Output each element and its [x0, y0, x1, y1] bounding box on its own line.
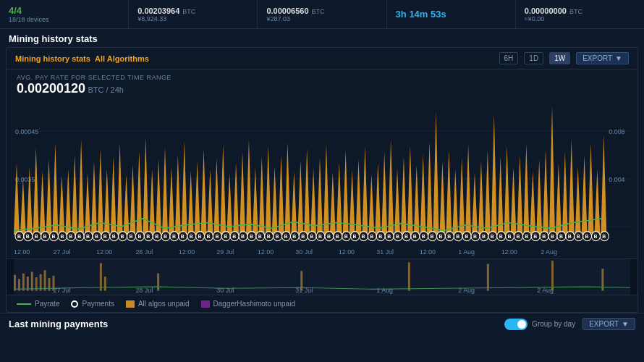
svg-marker-40: [226, 173, 232, 235]
svg-marker-94: [575, 167, 581, 235]
svg-text:B: B: [292, 233, 296, 240]
main-chart: 0.00045 0.0035 0.008 0.004: [7, 99, 637, 258]
svg-text:B: B: [232, 233, 236, 240]
svg-text:B: B: [559, 233, 563, 240]
svg-text:B: B: [181, 233, 185, 240]
svg-text:B: B: [258, 233, 262, 240]
export-button-chart[interactable]: EXPORT ▼: [576, 52, 629, 64]
svg-text:B: B: [52, 233, 56, 240]
unpaid-currency: BTC: [312, 8, 325, 15]
svg-marker-64: [381, 152, 387, 235]
payrate-sub: ¥8,924.33: [137, 15, 248, 22]
svg-marker-30: [162, 147, 168, 235]
svg-text:B: B: [103, 233, 107, 240]
svg-marker-75: [452, 169, 458, 235]
bottom-controls: Group by day EXPORT ▼: [504, 318, 635, 330]
svg-marker-42: [240, 152, 245, 235]
svg-marker-10: [33, 147, 39, 235]
svg-text:29 Jul: 29 Jul: [216, 248, 234, 256]
svg-text:B: B: [353, 233, 357, 240]
svg-text:B: B: [422, 233, 425, 240]
chart-legend: Payrate Payments All algos unpaid Dagger…: [7, 295, 637, 312]
svg-marker-54: [317, 157, 323, 235]
svg-marker-91: [556, 163, 562, 235]
svg-text:30 Jul: 30 Jul: [295, 248, 313, 256]
svg-marker-13: [52, 143, 58, 235]
svg-marker-31: [169, 167, 174, 235]
svg-text:2 Aug: 2 Aug: [541, 248, 557, 256]
svg-marker-81: [491, 114, 497, 235]
chart-container: Mining history stats All Algorithms 6H 1…: [6, 47, 638, 313]
svg-text:12:00: 12:00: [339, 248, 355, 256]
svg-marker-77: [465, 145, 471, 235]
svg-text:0.0035: 0.0035: [15, 175, 35, 184]
group-by-day-toggle[interactable]: [504, 319, 528, 330]
top-stats-bar: 4/4 18/18 devices 0.00203964 BTC ¥8,924.…: [0, 0, 644, 29]
svg-text:B: B: [431, 233, 434, 240]
svg-marker-82: [498, 156, 504, 235]
svg-text:0.004: 0.004: [609, 175, 624, 184]
svg-text:B: B: [146, 233, 150, 240]
svg-text:B: B: [516, 233, 520, 240]
svg-marker-62: [368, 174, 374, 235]
svg-text:B: B: [35, 233, 38, 240]
paid-currency: BTC: [569, 8, 582, 15]
export-button-payments[interactable]: EXPORT ▼: [582, 318, 635, 330]
mini-chart: 27 Jul 28 Jul 30 Jul 31 Jul 1 Aug 2 Aug …: [7, 258, 637, 295]
svg-text:12:00: 12:00: [179, 248, 195, 256]
toggle-knob: [517, 320, 526, 329]
payments-legend-label: Payments: [82, 300, 114, 308]
svg-text:12:00: 12:00: [420, 248, 436, 256]
time-btn-6h[interactable]: 6H: [499, 52, 519, 64]
svg-text:12:00: 12:00: [258, 248, 274, 256]
svg-text:B: B: [491, 233, 494, 240]
svg-marker-46: [266, 146, 271, 235]
svg-text:B: B: [224, 233, 227, 240]
svg-text:B: B: [551, 233, 554, 240]
svg-text:B: B: [301, 233, 305, 240]
time-btn-1d[interactable]: 1D: [524, 52, 543, 64]
svg-text:B: B: [267, 233, 271, 240]
svg-text:31 Jul: 31 Jul: [376, 248, 394, 256]
svg-marker-50: [291, 172, 297, 235]
payrate-currency: BTC: [182, 8, 195, 15]
download-icon-2: ▼: [622, 320, 629, 328]
avg-pay-section: AVG. PAY RATE FOR SELECTED TIME RANGE 0.…: [7, 70, 637, 99]
group-by-day-toggle-container: Group by day: [504, 319, 575, 330]
svg-text:B: B: [206, 233, 210, 240]
group-by-day-label: Group by day: [532, 320, 575, 328]
svg-marker-48: [279, 155, 284, 235]
svg-text:B: B: [387, 233, 391, 240]
svg-marker-56: [330, 172, 336, 235]
svg-marker-43: [246, 139, 252, 235]
svg-text:28 Jul: 28 Jul: [135, 248, 153, 256]
svg-text:B: B: [172, 233, 176, 240]
svg-marker-93: [569, 139, 575, 235]
svg-marker-87: [530, 171, 535, 235]
svg-text:B: B: [86, 233, 90, 240]
svg-text:B: B: [60, 233, 64, 240]
svg-marker-74: [446, 149, 452, 235]
svg-text:B: B: [241, 233, 245, 240]
svg-marker-85: [517, 155, 522, 235]
svg-marker-41: [233, 163, 239, 235]
svg-text:B: B: [250, 233, 253, 240]
devices-sub: 18/18 devices: [9, 16, 119, 23]
svg-text:B: B: [164, 233, 167, 240]
svg-text:B: B: [77, 233, 81, 240]
svg-text:B: B: [336, 233, 339, 240]
svg-text:B: B: [378, 233, 382, 240]
last-payments-title: Last mining payments: [9, 319, 108, 329]
svg-text:B: B: [130, 233, 133, 240]
dagger-legend-box: [201, 300, 210, 308]
all-algos-legend-box: [126, 300, 135, 308]
svg-text:1 Aug: 1 Aug: [458, 248, 475, 256]
svg-marker-20: [98, 148, 103, 235]
svg-text:B: B: [370, 233, 373, 240]
payrate-legend-label: Payrate: [35, 300, 59, 308]
svg-text:B: B: [327, 233, 331, 240]
time-btn-1w[interactable]: 1W: [549, 52, 570, 64]
payrate-value: 0.00203964: [137, 7, 179, 15]
svg-text:B: B: [155, 233, 158, 240]
svg-marker-38: [213, 158, 219, 235]
